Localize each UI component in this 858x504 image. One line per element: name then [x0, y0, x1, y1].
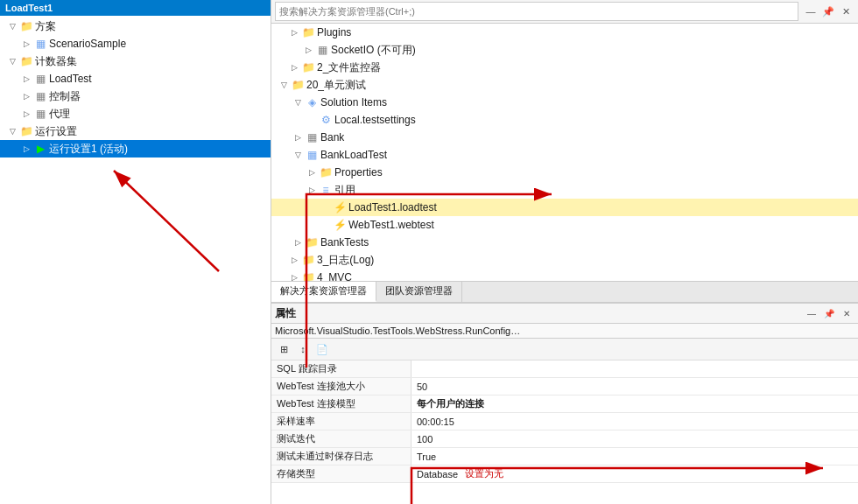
tab-team-explorer[interactable]: 团队资源管理器: [376, 282, 462, 302]
expand-banktests[interactable]: ▷: [291, 235, 305, 249]
expand-solutionitems[interactable]: ▽: [291, 95, 305, 109]
solution-tree: ▷ 📁 Plugins ▷ ▦ SocketIO (不可用) ▷ 📁 2_文件监…: [271, 24, 858, 281]
expand-mvc4[interactable]: ▷: [287, 270, 301, 281]
prop-value-savelog[interactable]: True: [411, 448, 858, 465]
label-mvc4: 4_MVC: [317, 271, 352, 281]
prop-name-storage: 存储类型: [271, 466, 411, 482]
sol-item-mvc4[interactable]: ▷ 📁 4_MVC: [271, 269, 858, 281]
prop-value-pool[interactable]: 50: [411, 378, 858, 395]
expand-properties[interactable]: ▷: [305, 165, 319, 179]
prop-row-iter: 测试迭代 100: [271, 430, 858, 448]
expand-yinyong[interactable]: ▷: [305, 183, 319, 197]
label-solutionitems: Solution Items: [320, 96, 387, 108]
sol-item-file2[interactable]: ▷ 📁 2_文件监控器: [271, 59, 858, 76]
prop-name-model: WebTest 连接模型: [271, 396, 411, 412]
tree-item-kongzhiqi[interactable]: ▷ ▦ 控制器: [0, 88, 271, 105]
expand-scenario[interactable]: ▷: [19, 37, 33, 51]
label-kongzhiqi: 控制器: [49, 89, 81, 104]
search-input[interactable]: [275, 2, 798, 21]
tree-item-yunxing1[interactable]: ▷ ▶ 运行设置1 (活动): [0, 140, 271, 158]
label-yinyong: 引用: [334, 183, 355, 198]
tree-item-scenario[interactable]: ▷ ▦ ScenarioSample: [0, 35, 271, 52]
label-scenario: ScenarioSample: [49, 38, 126, 50]
sol-item-banktests[interactable]: ▷ 📁 BankTests: [271, 234, 858, 251]
minimize-icon[interactable]: —: [802, 3, 819, 20]
folder-icon-fangan: 📁: [19, 19, 33, 33]
sort-alpha-icon[interactable]: ↕: [294, 340, 312, 358]
expand-log3[interactable]: ▷: [287, 253, 301, 267]
tree-item-daili[interactable]: ▷ ▦ 代理: [0, 105, 271, 122]
folder-icon-jishuqi: 📁: [19, 54, 33, 68]
sol-item-properties[interactable]: ▷ 📁 Properties: [271, 164, 858, 181]
prop-close-btn[interactable]: ✕: [839, 305, 854, 321]
storage-value: Database: [417, 469, 458, 480]
prop-value-storage[interactable]: Database 设置为无: [411, 466, 858, 482]
prop-row-sql: SQL 跟踪目录: [271, 360, 858, 378]
prop-value-sample[interactable]: 00:00:15: [411, 413, 858, 430]
expand-file2[interactable]: ▷: [287, 60, 301, 74]
expand-fangan[interactable]: ▽: [5, 19, 19, 33]
sol-item-local[interactable]: ▷ ⚙ Local.testsettings: [271, 111, 858, 129]
label-banktests: BankTests: [320, 236, 369, 248]
tree-item-yunxing[interactable]: ▽ 📁 运行设置: [0, 122, 271, 140]
tree-item-fangan[interactable]: ▽ 📁 方案: [0, 18, 271, 35]
folder-icon-plugins: 📁: [301, 25, 315, 39]
sol-item-solutionitems[interactable]: ▽ ◈ Solution Items: [271, 94, 858, 111]
test-icon-loadtest1file: ⚡: [333, 200, 347, 214]
expand-socketio[interactable]: ▷: [301, 43, 315, 57]
expand-yunxing[interactable]: ▽: [5, 124, 19, 138]
header-icons: — 📌 ✕: [802, 3, 854, 20]
prop-name-sql: SQL 跟踪目录: [271, 360, 411, 377]
prop-value-sql[interactable]: [411, 360, 858, 377]
sol-item-bank[interactable]: ▷ ▦ Bank: [271, 129, 858, 146]
folder-icon-yunxing: 📁: [19, 124, 33, 138]
properties-table: SQL 跟踪目录 WebTest 连接池大小 50 WebTest 连接模型 每…: [271, 360, 858, 504]
folder-icon-mvc4: 📁: [301, 270, 315, 281]
prop-value-iter[interactable]: 100: [411, 430, 858, 447]
expand-loadtest[interactable]: ▷: [19, 72, 33, 86]
prop-value-model[interactable]: 每个用户的连接: [411, 396, 858, 412]
folder-icon-log3: 📁: [301, 253, 315, 267]
tree-item-jishuqi[interactable]: ▽ 📁 计数器集: [0, 52, 271, 70]
sol-item-yinyong[interactable]: ▷ ≡ 引用: [271, 181, 858, 199]
label-yunxing: 运行设置: [35, 124, 77, 139]
expand-bank[interactable]: ▷: [291, 130, 305, 144]
expand-unit20[interactable]: ▽: [277, 78, 291, 92]
label-daili: 代理: [49, 107, 70, 122]
label-plugins: Plugins: [317, 26, 351, 38]
prop-pin-btn[interactable]: 📌: [821, 305, 837, 321]
sol-item-socketio[interactable]: ▷ ▦ SocketIO (不可用): [271, 41, 858, 59]
label-bankloadtest: BankLoadTest: [320, 149, 387, 161]
tab-solution-explorer[interactable]: 解决方案资源管理器: [271, 282, 376, 302]
properties-controls: — 📌 ✕: [804, 305, 854, 321]
close-icon[interactable]: ✕: [837, 3, 854, 20]
expand-yunxing1[interactable]: ▷: [19, 142, 33, 156]
label-local: Local.testsettings: [334, 114, 416, 126]
refs-icon-yinyong: ≡: [319, 183, 333, 197]
expand-kongzhiqi[interactable]: ▷: [19, 89, 33, 103]
prop-pages-icon[interactable]: 📄: [313, 340, 331, 358]
folder-icon-file2: 📁: [301, 60, 315, 74]
pin-icon[interactable]: 📌: [819, 3, 837, 20]
sort-category-icon[interactable]: ⊞: [275, 340, 292, 358]
prop-row-storage: 存储类型 Database 设置为无: [271, 466, 858, 483]
expand-plugins[interactable]: ▷: [287, 25, 301, 39]
scenario-icon: ▦: [33, 37, 47, 51]
sol-item-unit20[interactable]: ▽ 📁 20_单元测试: [271, 76, 858, 94]
settings-icon-local: ⚙: [319, 113, 333, 127]
tree-item-loadtest[interactable]: ▷ ▦ LoadTest: [0, 70, 271, 88]
sol-item-loadtest1file[interactable]: ▷ ⚡ LoadTest1.loadtest: [271, 199, 858, 216]
expand-jishuqi[interactable]: ▽: [5, 54, 19, 68]
expand-daili[interactable]: ▷: [19, 107, 33, 121]
sol-item-plugins[interactable]: ▷ 📁 Plugins: [271, 24, 858, 41]
sol-item-log3[interactable]: ▷ 📁 3_日志(Log): [271, 251, 858, 269]
label-bank: Bank: [320, 131, 344, 144]
sol-item-bankloadtest[interactable]: ▽ ▦ BankLoadTest: [271, 146, 858, 164]
bottom-tabs: 解决方案资源管理器 团队资源管理器: [271, 281, 858, 303]
expand-bankloadtest[interactable]: ▽: [291, 148, 305, 162]
project-icon-bankloadtest: ▦: [305, 148, 319, 162]
prop-minimize-btn[interactable]: —: [804, 305, 819, 321]
sol-item-webtest1[interactable]: ▷ ⚡ WebTest1.webtest: [271, 216, 858, 234]
label-jishuqi: 计数器集: [35, 54, 77, 69]
grid-icon-daili: ▦: [33, 107, 47, 121]
